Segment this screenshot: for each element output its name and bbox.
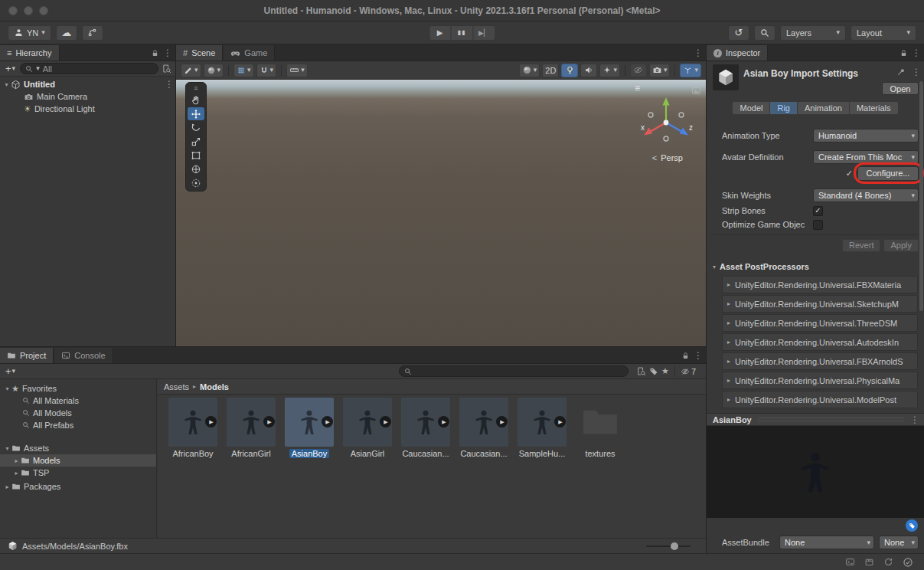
optimize-checkbox[interactable] [813,220,823,230]
preview-play-badge[interactable]: ▶ [322,416,333,428]
play-button[interactable]: ▶ [429,25,451,41]
postprocessor-row[interactable]: ▸UnityEditor.Rendering.Universal.FBXArno… [722,352,918,370]
orientation-gizmo[interactable]: x z [637,92,695,150]
draw-mode-dropdown[interactable]: ▾ [519,64,540,77]
neg-x-axis-dot[interactable] [679,113,684,117]
configure-button[interactable]: Configure... [857,166,919,181]
create-object-button[interactable]: + ▾ [4,64,17,74]
gizmo-center-dot[interactable] [664,120,669,126]
asset-item-africangirl[interactable]: ▶ AfricanGirl [222,398,280,458]
tab-rig[interactable]: Rig [770,101,798,115]
scene-viewport[interactable]: ≡ ≡ [176,80,706,346]
create-asset-button[interactable]: + ▾ [4,366,17,376]
asset-item-asianboy[interactable]: ▶ AsianBoy [280,398,338,458]
preview-menu-button[interactable]: ⋮ [910,415,918,424]
version-control-button[interactable] [82,25,103,41]
rotate-tool-button[interactable] [188,121,204,134]
zoom-slider-thumb[interactable] [671,542,678,550]
view-hand-tool-button[interactable] [188,93,204,106]
foldout-icon[interactable]: ▸ [12,457,21,464]
foldout-icon[interactable]: ▾ [3,445,11,452]
asset-item-caucasianboy[interactable]: ▶ Caucasian... [397,398,455,458]
z-axis-cone[interactable] [680,128,688,136]
preview-play-badge[interactable]: ▶ [380,416,391,428]
foldout-icon[interactable]: ▾ [3,385,11,392]
scene-root-row[interactable]: ▾ Untitled ⋮ [0,78,175,90]
asset-item-africanboy[interactable]: ▶ AfricanBoy [164,398,222,458]
preview-play-badge[interactable]: ▶ [496,416,508,428]
account-dropdown[interactable]: YN ▾ [8,25,51,41]
preview-play-badge[interactable]: ▶ [554,416,566,428]
tab-project[interactable]: Project [0,348,54,363]
2d-toggle-button[interactable]: 2D [542,64,559,77]
scene-visibility-button[interactable] [630,64,647,77]
hierarchy-item-directional-light[interactable]: ☀ Directional Light [0,103,175,115]
layout-dropdown[interactable]: Layout ▾ [851,25,916,41]
revert-button[interactable]: Revert [842,239,880,252]
open-button[interactable]: Open [882,82,919,95]
favorite-all-materials-row[interactable]: All Materials [0,395,156,407]
avatar-definition-dropdown[interactable]: Create From This Moc▾ [813,150,919,164]
palette-drag-handle[interactable]: ≡ [188,84,204,93]
selection-outline-button[interactable]: ▾ [204,64,224,77]
favorites-root-row[interactable]: ▾ ★ Favorites [0,382,156,395]
scene-camera-settings-button[interactable]: ▾ [649,64,671,77]
neg-z-axis-dot[interactable] [648,113,653,117]
postprocessor-row[interactable]: ▸UnityEditor.Rendering.Universal.Sketchu… [722,295,918,313]
strip-bones-checkbox[interactable]: ✓ [813,206,823,216]
model-preview-area[interactable] [707,426,924,518]
audio-toggle-button[interactable] [580,64,597,77]
project-search-input[interactable] [399,365,629,377]
postprocessor-row[interactable]: ▸UnityEditor.Rendering.Universal.Physica… [722,372,918,389]
step-button[interactable]: ▶▏ [473,25,495,41]
panel-menu-button[interactable]: ⋮ [694,48,701,57]
hierarchy-item-main-camera[interactable]: Main Camera [0,90,175,103]
scene-menu-button[interactable]: ⋮ [165,80,172,89]
packages-root-row[interactable]: ▸ Packages [0,480,156,493]
breadcrumb-root[interactable]: Assets [164,382,189,391]
status-refresh-icon[interactable] [883,557,893,567]
asset-item-caucasiangirl[interactable]: ▶ Caucasian... [455,398,513,458]
grid-visibility-button[interactable]: ▾ [233,64,254,77]
global-search-button[interactable] [754,25,775,41]
foldout-icon[interactable]: ▾ [2,81,11,88]
asset-labels-button[interactable] [906,519,918,532]
custom-tool-button[interactable] [188,176,204,189]
preview-play-badge[interactable]: ▶ [205,416,217,428]
animation-type-dropdown[interactable]: Humanoid▾ [813,129,919,142]
tab-inspector[interactable]: i Inspector [707,45,768,61]
header-menu-button[interactable]: ⋮ [912,67,919,77]
rect-tool-button[interactable] [188,149,204,162]
status-console-icon[interactable] [845,557,855,567]
effects-dropdown[interactable]: ▾ [599,64,620,77]
scale-tool-button[interactable] [188,135,204,148]
pin-icon[interactable] [896,67,906,77]
pause-button[interactable]: ▮▮ [451,25,473,41]
tab-materials[interactable]: Materials [850,101,899,115]
snap-increment-button[interactable]: ▾ [286,64,308,77]
tab-hierarchy[interactable]: ≡ Hierarchy [0,45,60,61]
move-tool-button[interactable] [188,107,204,120]
neg-y-axis-dot[interactable] [664,136,668,141]
tab-game[interactable]: Game [224,45,275,61]
asset-item-samplehuman[interactable]: ▶ SampleHu... [513,398,571,458]
assetbundle-variant-dropdown[interactable]: None▾ [879,536,919,549]
tab-model[interactable]: Model [732,101,770,115]
postprocessors-foldout[interactable]: ▾ Asset PostProcessors [713,262,809,271]
search-by-label-icon[interactable] [649,367,658,376]
tab-scene[interactable]: # Scene [176,45,223,61]
foldout-icon[interactable]: ▸ [3,483,11,490]
search-by-type-icon[interactable] [636,366,646,376]
lighting-toggle-button[interactable] [561,64,578,77]
panel-menu-button[interactable]: ⋮ [912,48,919,57]
assetbundle-dropdown[interactable]: None▾ [779,536,874,549]
preview-header[interactable]: AsianBoy ⋮ [707,413,924,426]
tab-console[interactable]: Console [54,348,113,363]
preview-play-badge[interactable]: ▶ [438,416,449,428]
inspector-scrollbar[interactable] [919,81,923,311]
tool-settings-button[interactable]: ▾ [181,64,201,77]
status-cache-icon[interactable] [864,557,874,567]
status-progress-icon[interactable] [903,557,913,568]
thumbnail-zoom-slider[interactable] [646,545,691,547]
projection-mode-label[interactable]: < Persp [652,153,683,162]
